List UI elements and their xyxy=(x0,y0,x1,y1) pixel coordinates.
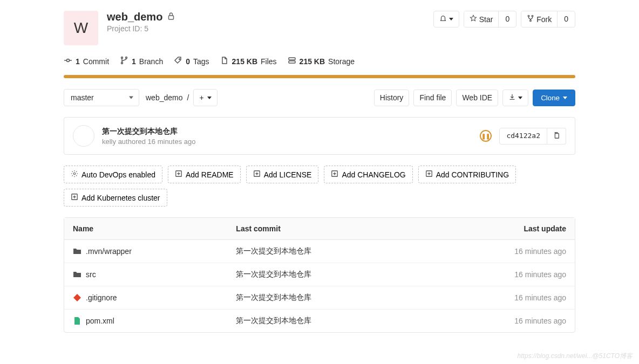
download-button[interactable] xyxy=(502,90,528,106)
svg-point-8 xyxy=(179,59,180,60)
file-name-text: src xyxy=(86,270,96,279)
commit-meta: kelly authored 16 minutes ago xyxy=(102,138,472,146)
stat-tags[interactable]: 0 Tags xyxy=(174,56,209,66)
star-count: 0 xyxy=(498,11,516,27)
notifications-button[interactable] xyxy=(433,11,459,28)
breadcrumb-root[interactable]: web_demo xyxy=(146,93,183,102)
file-icon xyxy=(220,56,229,66)
file-xml-icon xyxy=(73,317,81,325)
project-avatar: W xyxy=(64,11,98,45)
commit-authored-text: authored xyxy=(118,138,146,146)
storage-label: Storage xyxy=(328,57,355,66)
git-icon xyxy=(73,293,81,302)
add-changelog-button[interactable]: Add CHANGELOG xyxy=(324,166,412,183)
file-last-update: 16 minutes ago xyxy=(427,240,575,263)
storage-size: 215 KB xyxy=(300,57,325,66)
col-commit: Last commit xyxy=(227,218,426,240)
chevron-down-icon xyxy=(518,97,522,99)
file-last-update: 16 minutes ago xyxy=(427,263,575,286)
gear-icon xyxy=(71,170,78,179)
svg-point-2 xyxy=(532,15,533,17)
history-button[interactable]: History xyxy=(374,90,410,106)
controls-row: master web_demo / + History Find file We… xyxy=(64,89,575,106)
star-button[interactable]: Star xyxy=(464,11,499,27)
folder-icon xyxy=(73,270,81,279)
project-name: web_demo xyxy=(107,11,162,23)
table-row[interactable]: src第一次提交到本地仓库16 minutes ago xyxy=(64,263,575,286)
table-row[interactable]: .gitignore第一次提交到本地仓库16 minutes ago xyxy=(64,286,575,310)
branch-select[interactable]: master xyxy=(64,89,139,106)
commit-message[interactable]: 第一次提交到本地仓库 xyxy=(102,127,472,136)
file-last-commit: 第一次提交到本地仓库 xyxy=(227,263,426,286)
stat-storage[interactable]: 215 KB Storage xyxy=(288,56,355,66)
add-readme-button[interactable]: Add README xyxy=(168,166,241,183)
svg-rect-0 xyxy=(169,16,174,19)
chevron-down-icon xyxy=(207,97,212,99)
add-kubernetes-label: Add Kubernetes cluster xyxy=(81,194,160,202)
project-id-label: Project ID: 5 xyxy=(107,24,425,33)
file-last-commit: 第一次提交到本地仓库 xyxy=(227,286,426,310)
svg-point-6 xyxy=(126,57,127,59)
commit-sha[interactable]: cd4122a2 xyxy=(499,128,547,145)
clone-button[interactable]: Clone xyxy=(533,90,575,106)
plus-square-icon xyxy=(425,170,433,179)
files-label: Files xyxy=(261,57,277,66)
autodevops-label: Auto DevOps enabled xyxy=(81,170,155,179)
folder-icon xyxy=(73,247,81,256)
pipeline-status-icon[interactable]: ❚❚ xyxy=(480,130,492,142)
plus-square-icon xyxy=(253,170,261,179)
project-actions: Star 0 Fork 0 xyxy=(433,11,575,28)
add-contributing-button[interactable]: Add CONTRIBUTING xyxy=(418,166,516,183)
file-last-commit: 第一次提交到本地仓库 xyxy=(227,240,426,263)
fork-icon xyxy=(527,15,534,24)
svg-point-1 xyxy=(528,15,529,17)
add-kubernetes-button[interactable]: Add Kubernetes cluster xyxy=(64,189,167,207)
clipboard-icon xyxy=(553,132,560,141)
file-name-text: .mvn/wrapper xyxy=(86,247,132,256)
star-label: Star xyxy=(479,15,493,24)
chevron-down-icon xyxy=(449,18,453,20)
commit-sha-group: cd4122a2 xyxy=(499,128,566,145)
find-file-button[interactable]: Find file xyxy=(413,90,452,106)
table-row[interactable]: pom.xml第一次提交到本地仓库16 minutes ago xyxy=(64,310,575,332)
suggestions-row: Auto DevOps enabled Add README Add LICEN… xyxy=(64,166,575,207)
lock-icon xyxy=(167,11,175,23)
stat-commits[interactable]: 1 Commit xyxy=(64,56,109,66)
stat-branches[interactable]: 1 Branch xyxy=(120,56,163,66)
add-readme-label: Add README xyxy=(186,170,234,179)
stat-files[interactable]: 215 KB Files xyxy=(220,56,277,66)
fork-button[interactable]: Fork xyxy=(521,11,557,27)
clone-label: Clone xyxy=(541,94,560,102)
svg-point-4 xyxy=(67,59,70,62)
breadcrumb: web_demo / + xyxy=(146,89,217,106)
svg-rect-11 xyxy=(555,133,559,138)
file-last-update: 16 minutes ago xyxy=(427,286,575,310)
add-contributing-label: Add CONTRIBUTING xyxy=(436,170,509,179)
tag-icon xyxy=(174,56,182,66)
stats-row: 1 Commit 1 Branch 0 Tags 215 KB Files 21… xyxy=(64,56,575,66)
file-name-text: pom.xml xyxy=(86,317,114,325)
add-license-label: Add LICENSE xyxy=(264,170,312,179)
file-tree-table: Name Last commit Last update .mvn/wrappe… xyxy=(64,217,575,333)
branches-count: 1 xyxy=(132,57,136,66)
add-license-button[interactable]: Add LICENSE xyxy=(246,166,319,183)
plus-icon: + xyxy=(199,93,203,102)
star-icon xyxy=(470,15,477,24)
add-changelog-label: Add CHANGELOG xyxy=(342,170,405,179)
add-file-button[interactable]: + xyxy=(193,89,217,106)
col-name: Name xyxy=(64,218,227,240)
breadcrumb-sep: / xyxy=(187,93,189,102)
storage-icon xyxy=(288,56,296,66)
commit-time: 16 minutes ago xyxy=(148,138,196,146)
commit-author-avatar xyxy=(73,125,94,147)
svg-point-3 xyxy=(530,20,532,22)
copy-sha-button[interactable] xyxy=(547,128,566,145)
svg-point-5 xyxy=(121,57,123,59)
table-row[interactable]: .mvn/wrapper第一次提交到本地仓库16 minutes ago xyxy=(64,240,575,263)
file-last-commit: 第一次提交到本地仓库 xyxy=(227,310,426,332)
web-ide-button[interactable]: Web IDE xyxy=(456,90,498,106)
commit-author: kelly xyxy=(102,138,116,146)
file-last-update: 16 minutes ago xyxy=(427,310,575,332)
plus-square-icon xyxy=(175,170,182,179)
autodevops-button[interactable]: Auto DevOps enabled xyxy=(64,166,162,183)
